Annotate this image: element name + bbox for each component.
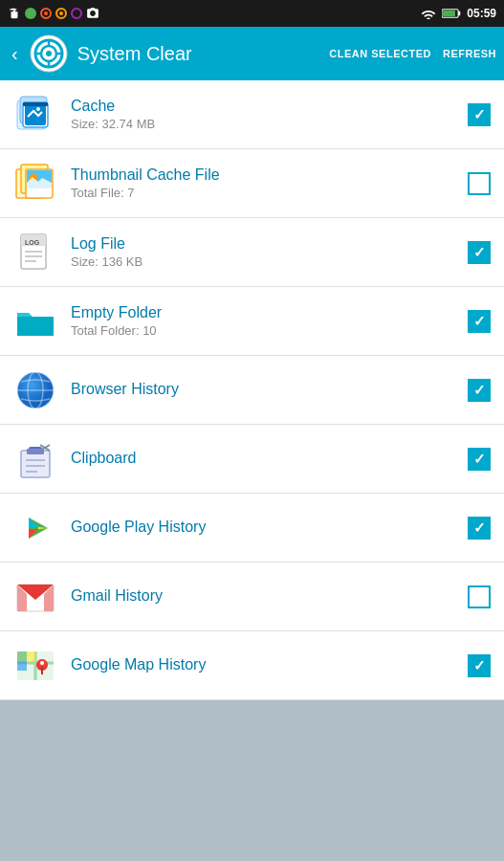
checkmark: ✓: [473, 452, 486, 466]
svg-rect-7: [443, 11, 455, 16]
item-content-clipboard: Clipboard: [71, 450, 468, 469]
svg-point-53: [40, 661, 44, 665]
item-title-browser-history: Browser History: [71, 381, 468, 398]
item-icon-google-play-history: [13, 506, 57, 550]
checkbox-cache[interactable]: ✓: [468, 103, 491, 126]
item-content-google-map-history: Google Map History: [71, 656, 468, 675]
checkbox-google-play-history[interactable]: ✓: [468, 517, 491, 540]
checkmark: ✓: [473, 107, 486, 121]
checkbox-gmail-history[interactable]: [468, 585, 491, 608]
svg-point-4: [59, 11, 63, 15]
checkbox-log-file[interactable]: ✓: [468, 241, 491, 264]
item-title-google-map-history: Google Map History: [71, 656, 468, 673]
svg-point-5: [72, 9, 81, 18]
checkmark: ✓: [473, 245, 486, 259]
item-icon-google-map-history: [13, 644, 57, 688]
item-subtitle-cache: Size: 32.74 MB: [71, 117, 468, 131]
battery-icon: [442, 8, 461, 19]
list-item-clipboard[interactable]: Clipboard ✓: [0, 425, 504, 494]
checkmark: ✓: [473, 314, 486, 328]
list-item-empty-folder[interactable]: Empty Folder Total Folder: 10 ✓: [0, 287, 504, 356]
app-logo: [30, 34, 68, 73]
item-title-gmail-history: Gmail History: [71, 587, 468, 605]
status-bar: 05:59: [0, 0, 504, 27]
item-content-cache: Cache Size: 32.74 MB: [71, 98, 468, 131]
wifi-icon: [421, 8, 436, 19]
svg-point-12: [46, 51, 52, 56]
item-icon-thumbnail-cache: [13, 162, 57, 206]
camera-icon: [86, 7, 99, 20]
item-icon-browser-history: [13, 368, 57, 412]
notif-icon-2: [40, 8, 52, 19]
item-icon-gmail-history: [13, 575, 57, 619]
checkbox-clipboard[interactable]: ✓: [468, 448, 491, 471]
clean-selected-button[interactable]: CLEAN SELECTED: [329, 48, 431, 59]
svg-rect-16: [25, 104, 46, 125]
svg-point-0: [25, 8, 36, 19]
refresh-button[interactable]: REFRESH: [443, 48, 496, 59]
checkmark: ✓: [473, 520, 486, 535]
item-icon-log-file: LOG: [13, 231, 57, 275]
svg-point-2: [44, 11, 48, 15]
app-title: System Clear: [77, 43, 330, 65]
item-title-cache: Cache: [71, 98, 468, 115]
item-content-empty-folder: Empty Folder Total Folder: 10: [71, 304, 468, 338]
svg-rect-18: [23, 102, 48, 106]
item-title-clipboard: Clipboard: [71, 450, 468, 467]
list-item-gmail-history[interactable]: Gmail History: [0, 563, 504, 631]
app-bar-actions: CLEAN SELECTED REFRESH: [329, 48, 496, 59]
notif-icon-3: [55, 8, 67, 19]
list-item-cache[interactable]: Cache Size: 32.74 MB ✓: [0, 80, 504, 149]
notif-icon-1: [25, 8, 36, 19]
item-title-empty-folder: Empty Folder: [71, 304, 468, 321]
svg-rect-54: [17, 651, 27, 661]
svg-rect-8: [458, 11, 460, 15]
checkmark: ✓: [473, 383, 486, 397]
checkbox-browser-history[interactable]: ✓: [468, 379, 491, 402]
usb-icon: [8, 7, 21, 20]
item-subtitle-empty-folder: Total Folder: 10: [71, 323, 468, 338]
list-item-browser-history[interactable]: Browser History ✓: [0, 356, 504, 425]
item-content-google-play-history: Google Play History: [71, 519, 468, 538]
item-content-gmail-history: Gmail History: [71, 587, 468, 607]
status-time: 05:59: [467, 7, 496, 20]
item-title-google-play-history: Google Play History: [71, 519, 468, 536]
item-icon-empty-folder: [13, 299, 57, 343]
checkbox-google-map-history[interactable]: ✓: [468, 654, 491, 677]
item-title-log-file: Log File: [71, 235, 468, 253]
back-button[interactable]: ‹: [8, 39, 22, 69]
item-title-thumbnail-cache: Thumbnail Cache File: [71, 166, 468, 184]
list-item-log-file[interactable]: LOG Log File Size: 136 KB ✓: [0, 218, 504, 287]
app-bar: ‹ System Clear CLEAN SELECTED REFRESH: [0, 27, 504, 80]
checkbox-empty-folder[interactable]: ✓: [468, 310, 491, 333]
item-icon-cache: [13, 93, 57, 137]
item-subtitle-log-file: Size: 136 KB: [71, 254, 468, 269]
item-icon-clipboard: [13, 437, 57, 481]
item-subtitle-thumbnail-cache: Total File: 7: [71, 186, 468, 200]
svg-text:LOG: LOG: [25, 239, 40, 246]
list-item-thumbnail-cache[interactable]: Thumbnail Cache File Total File: 7: [0, 149, 504, 218]
list-container: Cache Size: 32.74 MB ✓ Thumbnail Cache F…: [0, 80, 504, 700]
item-content-thumbnail-cache: Thumbnail Cache File Total File: 7: [71, 166, 468, 200]
svg-rect-56: [17, 661, 27, 671]
list-item-google-map-history[interactable]: Google Map History ✓: [0, 631, 504, 700]
list-item-google-play-history[interactable]: Google Play History ✓: [0, 494, 504, 563]
svg-rect-55: [27, 651, 35, 661]
svg-point-17: [36, 107, 40, 111]
svg-rect-35: [21, 451, 50, 477]
checkbox-thumbnail-cache[interactable]: [468, 172, 491, 195]
empty-area: [0, 700, 504, 861]
notif-icon-4: [71, 8, 82, 19]
status-bar-right: 05:59: [421, 7, 496, 20]
checkmark: ✓: [473, 658, 486, 673]
status-bar-left: [8, 7, 99, 20]
item-content-log-file: Log File Size: 136 KB: [71, 235, 468, 269]
item-content-browser-history: Browser History: [71, 381, 468, 400]
